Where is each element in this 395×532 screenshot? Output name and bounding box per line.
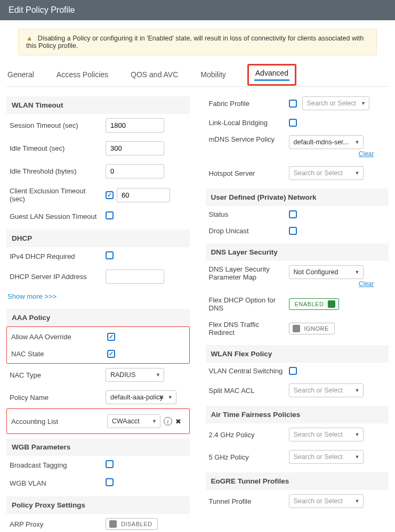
warning-icon: ▲ xyxy=(26,35,33,42)
arp-proxy-toggle[interactable]: DISABLED xyxy=(106,518,158,530)
split-mac-acl-placeholder: Search or Select xyxy=(294,387,343,394)
idle-threshold-input[interactable] xyxy=(106,164,164,178)
show-more-link[interactable]: Show more >>> xyxy=(7,292,57,300)
link-local-bridging-label: Link-Local Bridging xyxy=(209,119,289,127)
tunnel-profile-select[interactable]: Search or Select ▼ xyxy=(289,494,364,508)
link-local-bridging-checkbox[interactable] xyxy=(289,119,297,127)
vlan-central-switching-checkbox[interactable] xyxy=(289,367,297,375)
idle-timeout-input[interactable] xyxy=(106,141,164,155)
section-atf-policies: Air Time Fairness Policies xyxy=(206,406,389,423)
section-dns-layer-security: DNS Layer Security xyxy=(206,243,389,261)
chevron-down-icon: ▼ xyxy=(355,498,360,504)
clear-selection-icon[interactable]: ✕ xyxy=(159,394,164,401)
tab-qos-avc[interactable]: QOS and AVC xyxy=(130,65,188,86)
mdns-clear-link[interactable]: Clear xyxy=(289,150,374,158)
client-exclusion-checkbox[interactable] xyxy=(106,191,114,199)
hotspot-server-placeholder: Search or Select xyxy=(294,169,343,177)
aaa-policy-name-select[interactable]: default-aaa-policy ✕ ▼ xyxy=(106,390,176,404)
dhcp-server-ip-label: DHCP Server IP Address xyxy=(10,273,106,281)
tab-mobility[interactable]: Mobility xyxy=(199,65,235,86)
mdns-service-policy-label: mDNS Service Policy xyxy=(209,135,289,143)
atf-24ghz-placeholder: Search or Select xyxy=(294,431,343,438)
vlan-central-switching-label: VLAN Central Switching xyxy=(209,367,289,375)
page-title: Edit Policy Profile xyxy=(0,0,395,20)
session-timeout-input[interactable] xyxy=(106,118,164,133)
nac-type-value: RADIUS xyxy=(110,371,135,379)
chevron-down-icon: ▼ xyxy=(168,395,173,400)
section-dhcp: DHCP xyxy=(6,230,190,247)
fabric-profile-checkbox[interactable] xyxy=(289,100,297,108)
dns-clear-link[interactable]: Clear xyxy=(289,280,374,288)
chevron-down-icon: ▼ xyxy=(355,388,360,393)
udn-status-label: Status xyxy=(209,210,289,218)
atf-24ghz-select[interactable]: Search or Select ▼ xyxy=(289,428,364,441)
tab-advanced[interactable]: Advanced xyxy=(254,68,289,81)
flex-dhcp-dns-value: ENABLED xyxy=(295,301,324,307)
guest-lan-timeout-checkbox[interactable] xyxy=(106,211,114,219)
broadcast-tagging-checkbox[interactable] xyxy=(106,460,114,468)
client-exclusion-label: Client Exclusion Timeout (sec) xyxy=(10,187,106,203)
flex-dns-redirect-label: Flex DNS Traffic Redirect xyxy=(209,321,289,337)
section-aaa-policy: AAA Policy xyxy=(6,309,190,326)
split-mac-acl-select[interactable]: Search or Select ▼ xyxy=(289,383,364,397)
flex-dns-redirect-value: IGNORE xyxy=(304,325,329,332)
info-icon[interactable]: i xyxy=(164,417,172,425)
guest-lan-timeout-label: Guest LAN Session Timeout xyxy=(10,212,106,220)
tab-bar: General Access Policies QOS and AVC Mobi… xyxy=(6,65,389,87)
flex-dhcp-dns-toggle[interactable]: ENABLED xyxy=(289,298,340,310)
wgb-vlan-label: WGB VLAN xyxy=(10,479,106,487)
allow-aaa-override-checkbox[interactable] xyxy=(107,333,115,341)
tab-access-policies[interactable]: Access Policies xyxy=(55,65,118,86)
nac-state-label: NAC State xyxy=(11,350,107,358)
flex-dns-redirect-toggle[interactable]: IGNORE xyxy=(289,323,335,334)
aaa-policy-name-value: default-aaa-policy xyxy=(110,394,163,401)
hotspot-server-select[interactable]: Search or Select ▼ xyxy=(289,166,364,180)
ipv4-dhcp-required-label: IPv4 DHCP Required xyxy=(10,252,106,260)
drop-unicast-label: Drop Unicast xyxy=(209,227,289,235)
chevron-down-icon: ▼ xyxy=(152,419,157,424)
accounting-list-label: Accounting List xyxy=(11,418,107,425)
idle-timeout-label: Idle Timeout (sec) xyxy=(10,144,106,152)
tunnel-profile-placeholder: Search or Select xyxy=(294,497,343,505)
nac-state-checkbox[interactable] xyxy=(107,350,115,358)
remove-icon[interactable]: ✖ xyxy=(175,418,181,425)
accounting-list-select[interactable]: CWAacct ▼ xyxy=(107,414,160,428)
tab-general[interactable]: General xyxy=(6,65,44,86)
udn-status-checkbox[interactable] xyxy=(289,210,297,218)
flex-dhcp-dns-label: Flex DHCP Option for DNS xyxy=(209,296,289,312)
nac-type-select[interactable]: RADIUS ▼ xyxy=(106,368,164,382)
section-udn: User Defined (Private) Network xyxy=(206,189,389,206)
arp-proxy-label: ARP Proxy xyxy=(10,520,106,528)
session-timeout-label: Session Timeout (sec) xyxy=(10,121,106,129)
ipv4-dhcp-required-checkbox[interactable] xyxy=(106,251,114,259)
chevron-down-icon: ▼ xyxy=(361,101,366,106)
nac-type-label: NAC Type xyxy=(10,371,106,379)
wgb-vlan-checkbox[interactable] xyxy=(106,478,114,486)
split-mac-acl-label: Split MAC ACL xyxy=(209,387,289,395)
fabric-profile-select[interactable]: Search or Select ▼ xyxy=(302,96,369,110)
accounting-list-value: CWAacct xyxy=(112,418,140,425)
client-exclusion-input[interactable] xyxy=(117,188,170,202)
dns-parameter-map-select[interactable]: Not Configured ▼ xyxy=(289,265,364,279)
drop-unicast-checkbox[interactable] xyxy=(289,227,297,235)
dns-parameter-map-label: DNS Layer Security Parameter Map xyxy=(209,265,289,281)
dns-parameter-map-value: Not Configured xyxy=(294,268,338,276)
atf-5ghz-placeholder: Search or Select xyxy=(294,453,343,461)
atf-5ghz-select[interactable]: Search or Select ▼ xyxy=(289,450,364,464)
broadcast-tagging-label: Broadcast Tagging xyxy=(10,461,106,469)
dhcp-server-ip-input[interactable] xyxy=(106,269,164,284)
idle-threshold-label: Idle Threshold (bytes) xyxy=(10,167,106,175)
chevron-down-icon: ▼ xyxy=(355,432,360,437)
arp-proxy-value: DISABLED xyxy=(121,521,152,527)
section-policy-proxy: Policy Proxy Settings xyxy=(6,496,190,514)
chevron-down-icon: ▼ xyxy=(355,140,360,145)
mdns-service-policy-select[interactable]: default-mdns-ser... ▼ xyxy=(289,135,364,149)
chevron-down-icon: ▼ xyxy=(355,454,360,460)
section-wlan-timeout: WLAN Timeout xyxy=(6,96,190,114)
chevron-down-icon: ▼ xyxy=(355,170,360,176)
tab-advanced-highlight: Advanced xyxy=(247,64,296,86)
toggle-indicator xyxy=(109,520,117,528)
mdns-service-policy-value: default-mdns-ser... xyxy=(294,138,349,146)
aaa-policy-name-label: Policy Name xyxy=(10,394,106,402)
section-wgb-parameters: WGB Parameters xyxy=(6,438,190,456)
